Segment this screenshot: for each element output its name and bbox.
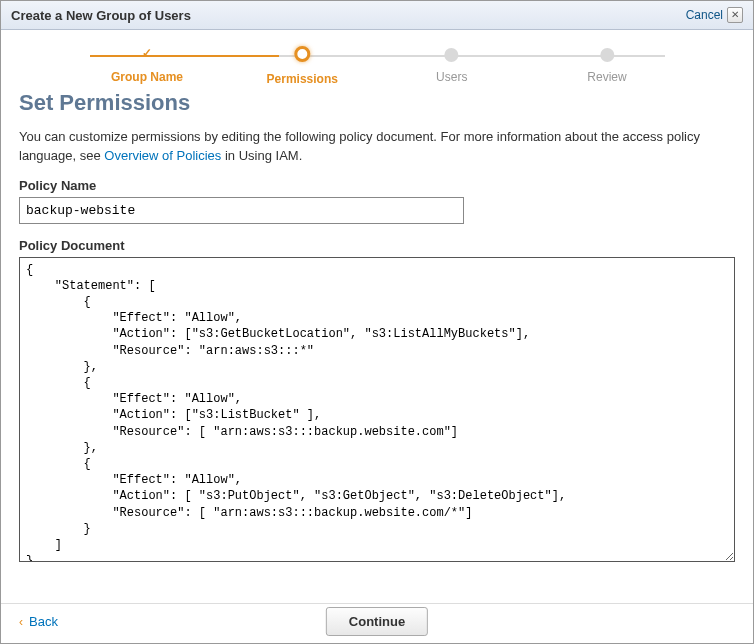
section-title: Set Permissions	[19, 90, 735, 116]
wizard-track: Group Name Permissions Users Review	[90, 48, 665, 76]
dialog-title: Create a New Group of Users	[11, 8, 191, 23]
back-button[interactable]: ‹ Back	[19, 614, 58, 629]
title-bar-right: Cancel ✕	[686, 7, 743, 23]
wizard-step-review: Review	[587, 48, 626, 84]
check-icon	[140, 48, 154, 62]
policy-name-input[interactable]	[19, 197, 464, 224]
chevron-left-icon: ‹	[19, 615, 23, 629]
step-current-icon	[294, 46, 310, 62]
close-icon[interactable]: ✕	[727, 7, 743, 23]
footer-center: Continue	[326, 607, 428, 636]
wizard-step-group-name[interactable]: Group Name	[111, 48, 183, 84]
desc-text-after: in Using IAM.	[221, 148, 302, 163]
footer: ‹ Back Continue	[1, 603, 753, 643]
dialog-create-group: Create a New Group of Users Cancel ✕ Gro…	[0, 0, 754, 644]
continue-button[interactable]: Continue	[326, 607, 428, 636]
wizard-step-label: Review	[587, 70, 626, 84]
back-label: Back	[29, 614, 58, 629]
step-pending-icon	[600, 48, 614, 62]
content-area: Set Permissions You can customize permis…	[1, 80, 753, 603]
wizard-step-permissions[interactable]: Permissions	[267, 48, 338, 86]
wizard-step-label: Group Name	[111, 70, 183, 84]
cancel-link[interactable]: Cancel	[686, 8, 723, 22]
title-bar: Create a New Group of Users Cancel ✕	[1, 1, 753, 30]
policy-document-textarea[interactable]	[19, 257, 735, 562]
wizard-step-label: Permissions	[267, 72, 338, 86]
policy-name-label: Policy Name	[19, 178, 735, 193]
wizard-step-users: Users	[436, 48, 467, 84]
policy-document-label: Policy Document	[19, 238, 735, 253]
overview-of-policies-link[interactable]: Overview of Policies	[104, 148, 221, 163]
step-pending-icon	[445, 48, 459, 62]
section-description: You can customize permissions by editing…	[19, 128, 735, 166]
wizard-step-label: Users	[436, 70, 467, 84]
wizard-stepper: Group Name Permissions Users Review	[1, 30, 753, 80]
